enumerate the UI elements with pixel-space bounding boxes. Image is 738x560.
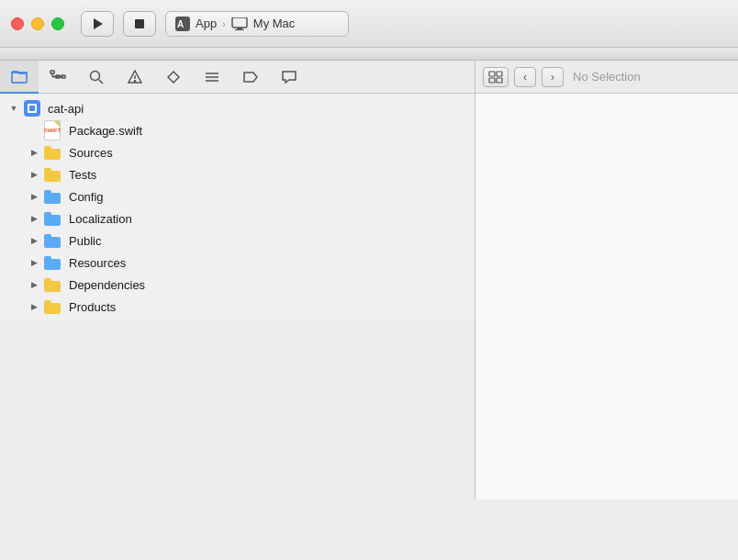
list-item[interactable]: ▶ Public [0, 230, 475, 252]
nav-tab-warning[interactable] [116, 61, 154, 94]
breadcrumb-destination: My Mac [253, 17, 296, 30]
main-content: ▼ cat-api ▶ SWIFT Package.swift [0, 61, 738, 499]
project-icon [24, 100, 40, 117]
list-item[interactable]: ▶ Config [0, 185, 475, 207]
svg-rect-1 [135, 19, 144, 28]
svg-rect-22 [489, 72, 495, 76]
titlebar: A App › My Mac [0, 0, 738, 48]
list-item[interactable]: ▶ Products [0, 296, 475, 318]
disclosure-arrow: ▶ [28, 212, 40, 225]
list-item[interactable]: ▶ Localization [0, 207, 475, 230]
minimize-button[interactable] [31, 17, 44, 30]
folder-name: Config [69, 190, 104, 204]
forward-button[interactable]: › [542, 67, 564, 87]
list-item[interactable]: ▶ Sources [0, 141, 475, 163]
disclosure-arrow: ▶ [28, 256, 40, 269]
nav-tab-chat[interactable] [270, 61, 308, 94]
svg-rect-23 [497, 72, 502, 76]
disclosure-arrow: ▶ [28, 234, 40, 247]
list-item[interactable]: ▶ SWIFT Package.swift [0, 119, 475, 141]
nav-tab-hierarchy[interactable] [39, 61, 77, 94]
detail-panel: ‹ › No Selection [475, 61, 738, 499]
svg-rect-7 [50, 71, 54, 73]
swift-file-icon: SWIFT [44, 120, 61, 140]
folder-name: Products [69, 300, 116, 314]
grid-view-button[interactable] [483, 67, 509, 87]
play-button[interactable] [81, 11, 114, 37]
folder-name: Public [69, 234, 101, 248]
folder-name: Resources [69, 256, 126, 270]
folder-blue-icon [44, 256, 61, 270]
disclosure-arrow: ▶ [28, 300, 40, 313]
close-button[interactable] [11, 17, 24, 30]
list-item[interactable]: ▶ Dependencies [0, 274, 475, 296]
disclosure-arrow: ▶ [28, 168, 40, 181]
svg-point-17 [134, 80, 135, 81]
disclosure-arrow: ▶ [28, 190, 40, 203]
list-item[interactable]: ▶ Resources [0, 252, 475, 274]
svg-rect-6 [235, 29, 244, 30]
nav-tab-folder[interactable] [0, 61, 39, 94]
disclosure-arrow: ▶ [28, 278, 40, 291]
folder-yellow-icon [44, 146, 61, 160]
project-root[interactable]: ▼ cat-api [0, 97, 475, 119]
traffic-lights [11, 17, 64, 30]
svg-point-13 [91, 71, 100, 80]
no-selection-label: No Selection [573, 70, 641, 84]
list-item[interactable]: ▶ Tests [0, 163, 475, 185]
project-name: cat-api [48, 102, 84, 116]
maximize-button[interactable] [51, 17, 64, 30]
folder-yellow-icon [44, 168, 61, 182]
svg-text:A: A [177, 19, 184, 29]
folder-name: Dependencies [69, 278, 145, 292]
folder-name: Sources [69, 146, 113, 160]
mac-icon [231, 17, 248, 30]
disclosure-arrow: ▶ [28, 146, 40, 159]
separator-bar [0, 48, 738, 61]
navigator-toolbar [0, 61, 475, 94]
nav-tab-report[interactable] [193, 61, 231, 94]
svg-marker-0 [94, 18, 103, 29]
disclosure-arrow: ▼ [7, 102, 20, 115]
svg-rect-25 [497, 78, 502, 83]
folder-blue-icon [44, 234, 61, 248]
folder-name: Localization [69, 212, 132, 226]
app-icon: A [175, 17, 190, 31]
file-name: Package.swift [69, 124, 142, 138]
detail-content [475, 94, 738, 499]
breadcrumb[interactable]: A App › My Mac [165, 11, 349, 37]
folder-name: Tests [69, 168, 96, 182]
folder-yellow-icon [44, 278, 61, 292]
svg-rect-4 [232, 17, 247, 28]
breadcrumb-separator: › [222, 18, 226, 29]
svg-rect-24 [489, 78, 495, 83]
folder-yellow-icon [44, 300, 61, 314]
svg-rect-5 [237, 28, 242, 29]
folder-blue-icon [44, 212, 61, 226]
nav-tab-label[interactable] [231, 61, 270, 94]
stop-button[interactable] [123, 11, 156, 37]
folder-blue-icon [44, 190, 61, 204]
svg-marker-18 [168, 72, 179, 83]
detail-toolbar: ‹ › No Selection [475, 61, 738, 94]
back-button[interactable]: ‹ [514, 67, 536, 87]
nav-tab-search[interactable] [77, 61, 116, 94]
nav-tab-breakpoint[interactable] [154, 61, 193, 94]
file-navigator: ▼ cat-api ▶ SWIFT Package.swift [0, 94, 475, 321]
breadcrumb-app: App [196, 17, 217, 30]
svg-line-14 [99, 79, 104, 84]
